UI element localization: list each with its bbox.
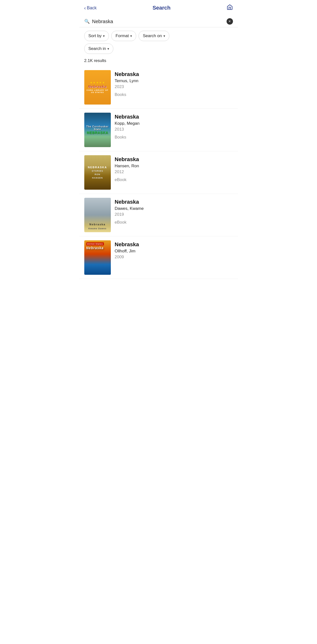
home-button[interactable] <box>227 4 233 12</box>
page-title: Search <box>153 5 171 11</box>
back-label: Back <box>87 6 97 10</box>
search-bar: 🔍 × <box>79 16 238 27</box>
search-input[interactable] <box>92 19 224 24</box>
back-chevron-icon: ‹ <box>84 5 86 11</box>
list-item[interactable]: NEBRASKA STORIES RON HANSEN Nebraska Han… <box>79 151 238 194</box>
book-info: Nebraska Hansen, Ron 2012 eBook <box>115 155 233 182</box>
book-title: Nebraska <box>115 156 233 162</box>
book-author: Ternus, Lynn <box>115 78 233 84</box>
search-in-label: Search in <box>88 46 106 51</box>
list-item[interactable]: United States Nebraska Nebraska Ollhoff,… <box>79 236 238 279</box>
book-year: 2012 <box>115 170 233 174</box>
book-author: Dawes, Kwame <box>115 206 233 211</box>
search-on-button[interactable]: Search on ▾ <box>139 31 169 41</box>
sort-by-button[interactable]: Sort by ▾ <box>84 31 109 41</box>
list-item[interactable]: The Cornhusker State NEBRASKA Nebraska K… <box>79 109 238 151</box>
filter-row-2: Search in ▾ <box>79 42 238 56</box>
sort-by-label: Sort by <box>88 34 102 38</box>
book-format: Books <box>115 135 233 140</box>
sort-by-chevron-icon: ▾ <box>103 34 105 38</box>
header: ‹ Back Search <box>79 0 238 16</box>
results-count: 2.1K results <box>79 56 238 66</box>
book-cover: NEBRASKA STORIES RON HANSEN <box>84 155 111 190</box>
book-author: Kopp, Megan <box>115 121 233 126</box>
book-info: Nebraska Kopp, Megan 2013 Books <box>115 113 233 140</box>
back-button[interactable]: ‹ Back <box>84 5 97 11</box>
book-cover: ★ ★ ★ ★ ★ Nebraska CORE LIBRARY OF US ST… <box>84 70 111 104</box>
format-button[interactable]: Format ▾ <box>111 31 136 41</box>
book-year: 2023 <box>115 84 233 89</box>
book-title: Nebraska <box>115 199 233 205</box>
format-label: Format <box>115 34 129 38</box>
clear-button[interactable]: × <box>227 18 233 24</box>
book-info: Nebraska Ternus, Lynn 2023 Books <box>115 70 233 97</box>
book-info: Nebraska Dawes, Kwame 2019 eBook <box>115 198 233 225</box>
book-cover: The Cornhusker State NEBRASKA <box>84 113 111 147</box>
format-chevron-icon: ▾ <box>130 34 132 38</box>
book-title: Nebraska <box>115 114 233 120</box>
book-list: ★ ★ ★ ★ ★ Nebraska CORE LIBRARY OF US ST… <box>79 66 238 279</box>
book-info: Nebraska Ollhoff, Jim 2009 <box>115 240 233 262</box>
book-year: 2013 <box>115 127 233 132</box>
book-title: Nebraska <box>115 241 233 248</box>
list-item[interactable]: ★ ★ ★ ★ ★ Nebraska CORE LIBRARY OF US ST… <box>79 66 238 109</box>
book-format: eBook <box>115 220 233 225</box>
book-author: Hansen, Ron <box>115 164 233 168</box>
list-item[interactable]: Nebraska Kwame Dawes Nebraska Dawes, Kwa… <box>79 194 238 236</box>
book-year: 2009 <box>115 254 233 260</box>
filter-row-1: Sort by ▾ Format ▾ Search on ▾ <box>79 27 238 42</box>
book-year: 2019 <box>115 212 233 217</box>
book-author: Ollhoff, Jim <box>115 249 233 254</box>
clear-icon: × <box>229 20 231 23</box>
book-format: Books <box>115 92 233 97</box>
search-on-chevron-icon: ▾ <box>163 34 165 38</box>
search-in-button[interactable]: Search in ▾ <box>84 44 113 54</box>
book-cover: Nebraska Kwame Dawes <box>84 198 111 232</box>
book-title: Nebraska <box>115 71 233 78</box>
book-format: eBook <box>115 177 233 182</box>
home-icon <box>227 4 233 10</box>
search-icon: 🔍 <box>84 19 90 24</box>
search-on-label: Search on <box>143 34 162 38</box>
search-in-chevron-icon: ▾ <box>107 47 109 51</box>
book-cover: United States Nebraska <box>84 240 111 275</box>
